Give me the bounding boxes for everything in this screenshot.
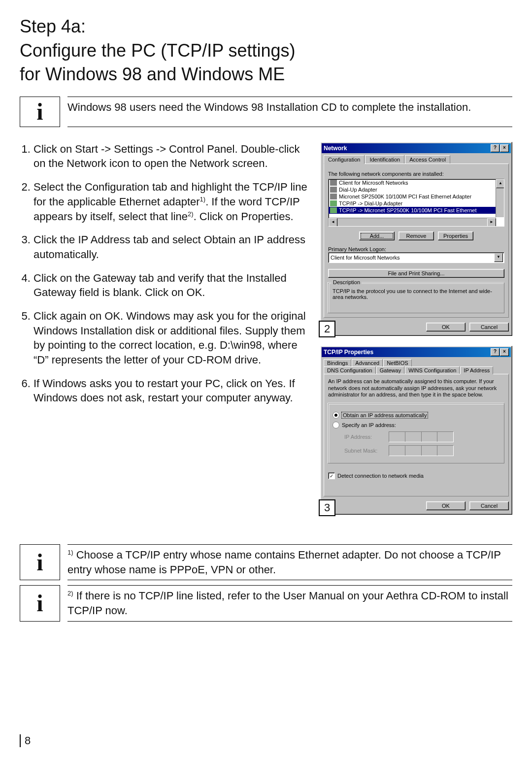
step-marker-2: 2 bbox=[319, 321, 335, 337]
tab-bindings[interactable]: Bindings bbox=[324, 359, 351, 366]
tcpip-titlebar[interactable]: TCP/IP Properties ? × bbox=[322, 347, 511, 357]
properties-button[interactable]: Properties bbox=[438, 231, 473, 240]
page-number: 8 bbox=[20, 734, 31, 747]
radio-icon bbox=[332, 412, 339, 419]
description-legend: Description bbox=[332, 279, 362, 285]
info-icon: i bbox=[20, 544, 60, 580]
ip-address-input bbox=[389, 431, 454, 442]
network-titlebar[interactable]: Network ? × bbox=[322, 143, 511, 153]
list-item[interactable]: TCP/IP -> Dial-Up Adapter bbox=[329, 200, 504, 207]
footnote-1-box: i 1) Choose a TCP/IP entry whose name co… bbox=[20, 544, 512, 580]
page-title: Step 4a: Configure the PC (TCP/IP settin… bbox=[20, 15, 512, 87]
step-6: If Windows asks you to restart your PC, … bbox=[33, 376, 308, 405]
list-item[interactable]: Dial-Up Adapter bbox=[329, 186, 504, 193]
help-icon[interactable]: ? bbox=[491, 348, 499, 356]
step-5: Click again on OK. Windows may ask you f… bbox=[33, 309, 308, 367]
primary-logon-label: Primary Network Logon: bbox=[328, 246, 504, 252]
radio-icon bbox=[332, 422, 339, 428]
info-text: Windows 98 users need the Windows 98 Ins… bbox=[67, 97, 512, 127]
components-listbox[interactable]: Client for Microsoft Networks Dial-Up Ad… bbox=[328, 179, 504, 227]
radio-specify-ip[interactable]: Specify an IP address: bbox=[332, 422, 500, 428]
primary-logon-combo[interactable]: Client for Microsoft Networks ▼ bbox=[328, 252, 504, 263]
detect-connection-checkbox[interactable]: ✓ Detect connection to network media bbox=[328, 472, 504, 479]
figure-tcpip-dialog: TCP/IP Properties ? × Bindings Advanced … bbox=[320, 346, 512, 515]
list-item[interactable]: Micronet SP2500K 10/100M PCI Fast Ethern… bbox=[329, 193, 504, 200]
subnet-mask-label: Subnet Mask: bbox=[344, 448, 384, 454]
chevron-down-icon[interactable]: ▼ bbox=[494, 253, 503, 262]
close-icon[interactable]: × bbox=[500, 348, 509, 356]
footnote-2-text: 2) If there is no TCP/IP line listed, re… bbox=[67, 585, 512, 621]
tab-netbios[interactable]: NetBIOS bbox=[383, 359, 411, 366]
close-icon[interactable]: × bbox=[500, 144, 509, 152]
cancel-button[interactable]: Cancel bbox=[469, 323, 509, 331]
info-box-top: i Windows 98 users need the Windows 98 I… bbox=[20, 97, 512, 127]
info-icon: i bbox=[20, 97, 60, 127]
checkbox-icon: ✓ bbox=[328, 472, 335, 479]
scrollbar-horizontal[interactable]: ◄► bbox=[329, 218, 496, 226]
ip-address-blurb: An IP address can be automatically assig… bbox=[328, 378, 504, 398]
add-button[interactable]: Add... bbox=[359, 231, 395, 240]
footnote-1-text: 1) Choose a TCP/IP entry whose name cont… bbox=[67, 544, 512, 580]
tab-ip-address[interactable]: IP Address bbox=[460, 366, 493, 374]
tab-access-control[interactable]: Access Control bbox=[405, 155, 450, 164]
tab-wins-configuration[interactable]: WINS Configuration bbox=[405, 366, 460, 374]
step-2: Select the Configuration tab and highlig… bbox=[33, 180, 308, 224]
footnote-2-box: i 2) If there is no TCP/IP line listed, … bbox=[20, 585, 512, 621]
subnet-mask-input bbox=[389, 445, 454, 456]
tcpip-title: TCP/IP Properties bbox=[324, 349, 373, 356]
step-4: Click on the Gateway tab and verify that… bbox=[33, 271, 308, 300]
ok-button[interactable]: OK bbox=[426, 501, 466, 510]
radio-obtain-auto[interactable]: Obtain an IP address automatically bbox=[332, 412, 500, 419]
installed-components-label: The following network components are ins… bbox=[328, 171, 504, 177]
ok-button[interactable]: OK bbox=[426, 323, 466, 331]
tab-configuration[interactable]: Configuration bbox=[324, 155, 365, 164]
description-text: TCP/IP is the protocol you use to connec… bbox=[332, 288, 500, 300]
network-title: Network bbox=[324, 145, 347, 152]
step-marker-3: 3 bbox=[319, 499, 335, 516]
list-item-selected[interactable]: TCP/IP -> Micronet SP2500K 10/100M PCI F… bbox=[329, 207, 504, 214]
list-item[interactable]: Client for Microsoft Networks bbox=[329, 179, 504, 186]
info-icon: i bbox=[20, 585, 60, 621]
figure-network-dialog: Network ? × Configuration Identification… bbox=[320, 142, 512, 336]
tab-gateway[interactable]: Gateway bbox=[376, 366, 404, 374]
ip-address-label: IP Address: bbox=[344, 434, 384, 440]
tab-identification[interactable]: Identification bbox=[365, 155, 404, 164]
help-icon[interactable]: ? bbox=[491, 144, 499, 152]
remove-button[interactable]: Remove bbox=[399, 231, 434, 240]
cancel-button[interactable]: Cancel bbox=[469, 501, 509, 510]
tab-advanced[interactable]: Advanced bbox=[352, 359, 383, 366]
steps-list: Click on Start -> Settings -> Control Pa… bbox=[20, 142, 308, 515]
step-3: Click the IP Address tab and select Obta… bbox=[33, 232, 308, 262]
tab-dns-configuration[interactable]: DNS Configuration bbox=[324, 366, 376, 374]
step-1: Click on Start -> Settings -> Control Pa… bbox=[33, 142, 308, 171]
scrollbar-vertical[interactable]: ▲ bbox=[496, 179, 504, 217]
file-print-sharing-button[interactable]: File and Print Sharing... bbox=[328, 269, 504, 278]
